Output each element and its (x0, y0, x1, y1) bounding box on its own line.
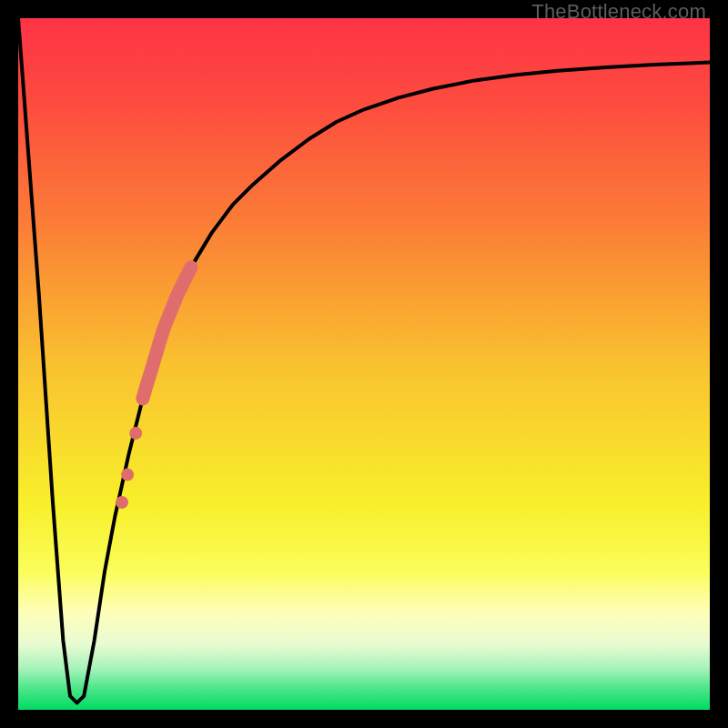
plot-area (18, 18, 710, 710)
chart-frame: TheBottleneck.com (0, 0, 728, 728)
highlight-dot (121, 469, 134, 481)
bottleneck-curve (18, 18, 710, 703)
highlight-dot (116, 496, 128, 509)
curve-layer (18, 18, 710, 710)
highlight-band (143, 268, 191, 399)
highlight-dot (129, 427, 142, 440)
